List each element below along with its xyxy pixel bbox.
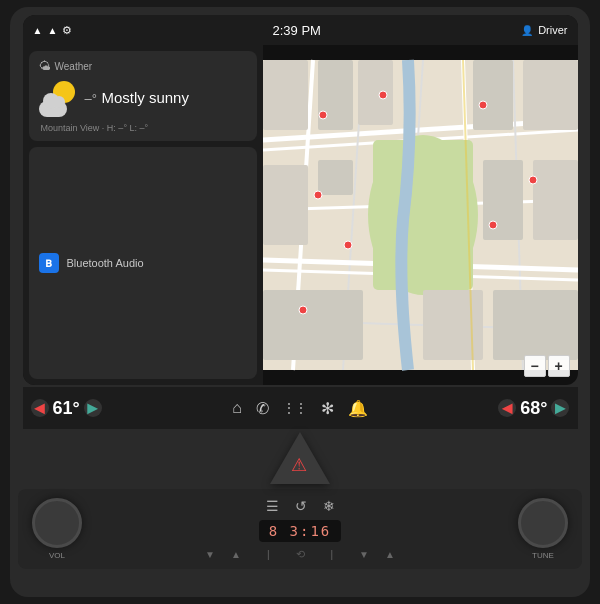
svg-rect-13: [373, 140, 473, 290]
vol-knob[interactable]: [32, 498, 82, 548]
time-display: 2:39 PM: [273, 23, 321, 38]
bluetooth-icon: ʙ: [39, 253, 59, 273]
svg-rect-24: [423, 290, 483, 360]
nav-icons: ⌂ ✆ ⋮⋮ ✻ 🔔: [232, 399, 368, 418]
bluetooth-label: Bluetooth Audio: [67, 257, 144, 269]
map-area: − +: [263, 45, 578, 385]
lower-controls: VOL ☰ ↺ ❄ 8 3:16 ▼ ▲ | ⟲ | ▼ ▲: [18, 433, 582, 569]
right-temp-up-button[interactable]: ►: [551, 399, 569, 417]
main-area: 🌤 Weather –° Mostly sunny Mountain: [23, 45, 578, 385]
hvac-divider: |: [267, 549, 270, 560]
svg-rect-15: [318, 60, 353, 130]
status-left: ▲ ▲ ⚙: [33, 24, 73, 37]
home-icon[interactable]: ⌂: [232, 399, 242, 417]
hvac-display: 8 3:16: [259, 520, 342, 542]
weather-icon: [39, 79, 77, 117]
vol-label: VOL: [49, 551, 65, 560]
weather-main: –° Mostly sunny: [39, 79, 247, 117]
weather-card[interactable]: 🌤 Weather –° Mostly sunny Mountain: [29, 51, 257, 141]
right-temp-display: 68°: [520, 398, 547, 419]
map-display: [263, 45, 578, 385]
svg-rect-21: [483, 160, 523, 240]
left-temp-display: 61°: [53, 398, 80, 419]
map-controls[interactable]: − +: [524, 355, 570, 377]
left-temp-up-button[interactable]: ►: [84, 399, 102, 417]
right-temp-control: ◄ 68° ►: [498, 398, 569, 419]
hvac-temp-down[interactable]: ▼: [359, 549, 369, 560]
hvac-controls-top: ☰ ↺ ❄: [266, 498, 335, 514]
svg-rect-16: [358, 60, 393, 125]
hvac-icon-4: ⟲: [296, 548, 305, 561]
hazard-row: [23, 433, 578, 483]
weather-card-title: 🌤 Weather: [39, 59, 247, 73]
svg-rect-22: [533, 160, 578, 240]
weather-sub-info: Mountain View · H: –° L: –°: [39, 123, 247, 133]
right-temp-down-button[interactable]: ◄: [498, 399, 516, 417]
control-bar: ◄ 61° ► ⌂ ✆ ⋮⋮ ✻ 🔔 ◄ 68° ►: [23, 387, 578, 429]
hvac-fan-up[interactable]: ▲: [231, 549, 241, 560]
driver-label: Driver: [538, 24, 567, 36]
notification-icon[interactable]: 🔔: [348, 399, 368, 418]
svg-rect-19: [263, 165, 308, 245]
left-panel: 🌤 Weather –° Mostly sunny Mountain: [23, 45, 263, 385]
svg-point-28: [479, 101, 487, 109]
svg-rect-23: [263, 290, 363, 360]
left-temp-control: ◄ 61° ►: [31, 398, 102, 419]
left-temp-down-button[interactable]: ◄: [31, 399, 49, 417]
status-bar: ▲ ▲ ⚙ 2:39 PM 👤 Driver: [23, 15, 578, 45]
dashboard: ▲ ▲ ⚙ 2:39 PM 👤 Driver 🌤 Weather: [10, 7, 590, 597]
weather-info: –° Mostly sunny: [85, 89, 189, 107]
svg-rect-14: [263, 60, 308, 130]
svg-rect-18: [523, 60, 578, 130]
fan-icon[interactable]: ✻: [321, 399, 334, 418]
svg-point-32: [344, 241, 352, 249]
status-right: 👤 Driver: [521, 24, 567, 36]
vol-knob-container: VOL: [32, 498, 82, 560]
bluetooth-card[interactable]: ʙ Bluetooth Audio: [29, 147, 257, 379]
svg-point-29: [529, 176, 537, 184]
zoom-out-button[interactable]: −: [524, 355, 546, 377]
svg-rect-17: [473, 60, 513, 130]
hvac-icon-1: ☰: [266, 498, 279, 514]
svg-point-33: [299, 306, 307, 314]
tune-knob-container: TUNE: [518, 498, 568, 560]
tune-knob[interactable]: [518, 498, 568, 548]
hvac-strip: VOL ☰ ↺ ❄ 8 3:16 ▼ ▲ | ⟲ | ▼ ▲: [18, 489, 582, 569]
hvac-divider2: |: [331, 549, 334, 560]
hvac-fan-down[interactable]: ▼: [205, 549, 215, 560]
hvac-center: ☰ ↺ ❄ 8 3:16 ▼ ▲ | ⟲ | ▼ ▲: [82, 498, 518, 561]
svg-rect-25: [493, 290, 578, 360]
svg-rect-20: [318, 160, 353, 195]
user-icon: 👤: [521, 25, 533, 36]
svg-point-26: [319, 111, 327, 119]
hvac-icon-2: ↺: [295, 498, 307, 514]
apps-icon[interactable]: ⋮⋮: [283, 401, 307, 415]
svg-point-27: [379, 91, 387, 99]
hvac-temp-up[interactable]: ▲: [385, 549, 395, 560]
hvac-icon-3: ❄: [323, 498, 335, 514]
hazard-button[interactable]: [270, 432, 330, 484]
svg-point-31: [314, 191, 322, 199]
tune-label: TUNE: [532, 551, 554, 560]
screen-bezel: ▲ ▲ ⚙ 2:39 PM 👤 Driver 🌤 Weather: [23, 15, 578, 385]
wifi-icon: ▲: [33, 25, 43, 36]
hvac-controls-bottom: ▼ ▲ | ⟲ | ▼ ▲: [205, 548, 395, 561]
phone-icon[interactable]: ✆: [256, 399, 269, 418]
settings-icon: ⚙: [62, 24, 72, 37]
cloud-icon: [39, 101, 67, 117]
zoom-in-button[interactable]: +: [548, 355, 570, 377]
svg-point-30: [489, 221, 497, 229]
signal-icon: ▲: [47, 25, 57, 36]
